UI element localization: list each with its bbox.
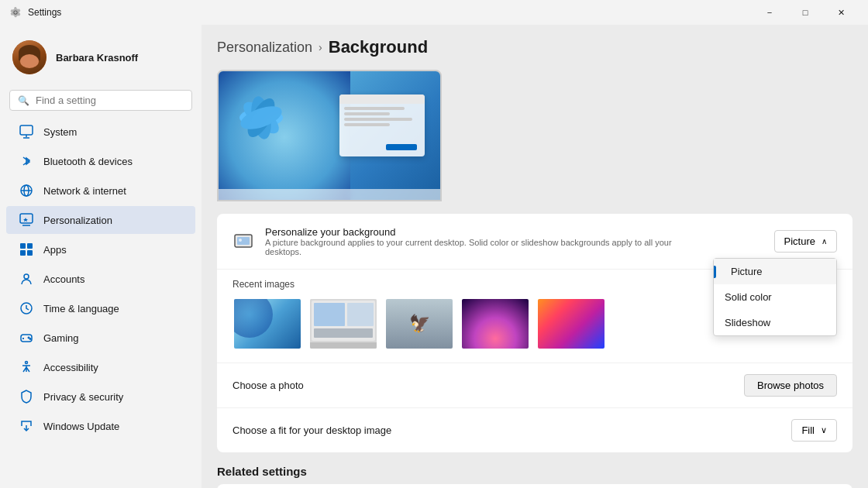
sidebar-item-accounts-label: Accounts (43, 273, 84, 285)
svg-point-18 (29, 339, 30, 339)
titlebar: Settings − □ ✕ (0, 0, 868, 25)
sidebar-item-time-label: Time & language (43, 303, 119, 314)
svg-rect-0 (20, 125, 33, 135)
sidebar-item-system[interactable]: System (6, 118, 195, 146)
recent-image-5[interactable] (536, 297, 606, 350)
personalize-header-row: Personalize your background A picture ba… (217, 214, 852, 270)
accounts-icon (19, 271, 34, 287)
personalize-title: Personalize your background (265, 226, 699, 238)
sidebar-item-privacy-label: Privacy & security (43, 391, 123, 403)
windows-update-icon (19, 418, 34, 434)
desktop-preview (217, 70, 442, 201)
chevron-up-icon: ∧ (822, 237, 827, 246)
bg-header-text: Personalize your background A picture ba… (265, 226, 699, 256)
sidebar-item-personalization-label: Personalization (43, 215, 112, 226)
minimize-button[interactable]: − (752, 0, 787, 25)
svg-rect-35 (310, 342, 377, 349)
svg-rect-32 (314, 303, 345, 326)
breadcrumb-current: Background (329, 37, 428, 57)
recent-image-1[interactable] (232, 297, 302, 350)
svg-rect-8 (20, 243, 26, 249)
recent-image-4[interactable] (460, 297, 530, 350)
personalize-desc: A picture background applies to your cur… (265, 238, 699, 256)
svg-rect-9 (27, 243, 33, 249)
sidebar-item-system-label: System (43, 126, 77, 138)
sidebar-item-accounts[interactable]: Accounts (6, 265, 195, 293)
browse-photos-button[interactable]: Browse photos (744, 374, 837, 397)
bluetooth-icon (19, 153, 34, 169)
option-picture-label: Picture (731, 266, 762, 277)
fit-chevron-icon: ∨ (821, 425, 827, 435)
related-settings-card: Contrast themes Color themes for low vis… (217, 484, 852, 488)
svg-rect-21 (219, 71, 350, 201)
app-title: Settings (28, 7, 61, 18)
sidebar-item-network-label: Network & internet (43, 185, 126, 197)
dropdown-option-slideshow[interactable]: Slideshow (714, 310, 836, 335)
sidebar-item-accessibility-label: Accessibility (43, 362, 98, 373)
network-icon (19, 183, 34, 198)
breadcrumb: Personalization › Background (217, 37, 852, 57)
app-container: Barbara Krasnoff 🔍 System Bl (0, 25, 868, 488)
settings-icon (9, 6, 22, 19)
dropdown-option-picture[interactable]: Picture (714, 259, 836, 284)
sidebar-item-time[interactable]: Time & language (6, 294, 195, 322)
sidebar-item-privacy[interactable]: Privacy & security (6, 383, 195, 411)
gaming-icon (19, 330, 34, 345)
svg-point-29 (239, 239, 242, 242)
sidebar-item-bluetooth-label: Bluetooth & devices (43, 156, 133, 167)
user-name: Barbara Krasnoff (56, 52, 138, 64)
sidebar-item-windows-update[interactable]: Windows Update (6, 412, 195, 440)
apps-icon (19, 242, 34, 257)
sidebar-item-windows-update-label: Windows Update (43, 421, 119, 432)
user-profile[interactable]: Barbara Krasnoff (0, 31, 202, 87)
sidebar-item-apps[interactable]: Apps (6, 235, 195, 263)
titlebar-left: Settings (9, 6, 61, 19)
choose-photo-row: Choose a photo Browse photos (217, 363, 852, 407)
option-slideshow-label: Slideshow (725, 317, 770, 328)
breadcrumb-parent[interactable]: Personalization (217, 40, 312, 56)
fit-value: Fill (801, 424, 815, 436)
preview-image (217, 70, 442, 201)
sidebar-item-network[interactable]: Network & internet (6, 177, 195, 204)
accessibility-icon (19, 359, 34, 375)
recent-image-2[interactable] (308, 297, 378, 350)
breadcrumb-separator: › (319, 41, 322, 53)
background-icon (232, 231, 254, 253)
dropdown-option-solid-color[interactable]: Solid color (714, 284, 836, 310)
sidebar-item-bluetooth[interactable]: Bluetooth & devices (6, 147, 195, 175)
background-type-dropdown[interactable]: Picture ∧ Picture Solid color Sli (774, 230, 837, 253)
content-area: Personalization › Background (202, 25, 868, 488)
sidebar-item-accessibility[interactable]: Accessibility (6, 353, 195, 381)
sidebar: Barbara Krasnoff 🔍 System Bl (0, 25, 202, 488)
privacy-icon (19, 389, 34, 404)
dropdown-value: Picture (784, 235, 815, 247)
search-icon: 🔍 (18, 95, 29, 106)
close-button[interactable]: ✕ (823, 0, 859, 25)
maximize-button[interactable]: □ (787, 0, 823, 25)
choose-fit-row: Choose a fit for your desktop image Fill… (217, 407, 852, 452)
related-settings-title: Related settings (217, 465, 852, 478)
time-icon (19, 301, 34, 316)
svg-rect-34 (314, 328, 373, 338)
sidebar-item-apps-label: Apps (43, 244, 67, 256)
sidebar-item-gaming-label: Gaming (43, 332, 79, 344)
svg-rect-33 (347, 303, 374, 326)
fit-dropdown[interactable]: Fill ∨ (791, 419, 837, 442)
svg-point-19 (26, 362, 28, 364)
window-controls: − □ ✕ (752, 0, 859, 25)
personalize-card: Personalize your background A picture ba… (217, 214, 852, 452)
svg-point-12 (24, 274, 29, 279)
svg-rect-6 (20, 214, 33, 223)
dropdown-menu: Picture Solid color Slideshow (713, 258, 837, 336)
search-input[interactable] (36, 95, 184, 106)
sidebar-item-gaming[interactable]: Gaming (6, 324, 195, 352)
avatar (12, 40, 46, 74)
contrast-themes-row[interactable]: Contrast themes Color themes for low vis… (217, 484, 852, 488)
recent-image-3[interactable] (384, 297, 454, 350)
dropdown-button[interactable]: Picture ∧ (774, 230, 837, 253)
choose-photo-label: Choose a photo (232, 380, 304, 391)
sidebar-item-personalization[interactable]: Personalization (6, 206, 195, 234)
search-box[interactable]: 🔍 (9, 90, 192, 111)
option-solid-color-label: Solid color (725, 291, 772, 303)
bg-header-left: Personalize your background A picture ba… (232, 226, 699, 256)
